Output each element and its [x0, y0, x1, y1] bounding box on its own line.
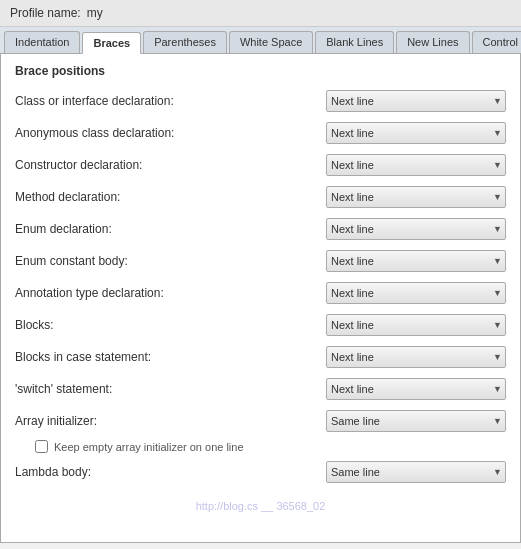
top-bar: Profile name: my [0, 0, 521, 27]
empty-array-label: Keep empty array initializer on one line [54, 441, 244, 453]
form-rows: Class or interface declaration:Next line… [15, 88, 506, 485]
label-enum: Enum declaration: [15, 222, 326, 236]
label-annotation: Annotation type declaration: [15, 286, 326, 300]
label-blocks-case: Blocks in case statement: [15, 350, 326, 364]
dropdown-switch[interactable]: Next lineSame lineNext line indented [326, 378, 506, 400]
dropdown-enum-constant[interactable]: Next lineSame lineNext line indented [326, 250, 506, 272]
form-row-enum: Enum declaration:Next lineSame lineNext … [15, 216, 506, 242]
empty-array-checkbox[interactable] [35, 440, 48, 453]
dropdown-wrapper-enum-constant: Next lineSame lineNext line indented▼ [326, 250, 506, 272]
label-blocks: Blocks: [15, 318, 326, 332]
dropdown-blocks[interactable]: Next lineSame lineNext line indented [326, 314, 506, 336]
dropdown-annotation[interactable]: Next lineSame lineNext line indented [326, 282, 506, 304]
dropdown-class-interface[interactable]: Next lineSame lineNext line indented [326, 90, 506, 112]
dropdown-enum[interactable]: Next lineSame lineNext line indented [326, 218, 506, 240]
tabs-bar: IndentationBracesParenthesesWhite SpaceB… [0, 27, 521, 54]
watermark: http://blog.cs __ 36568_02 [196, 500, 326, 512]
profile-label: Profile name: [10, 6, 81, 20]
dropdown-lambda[interactable]: Next lineSame lineNext line indented [326, 461, 506, 483]
dropdown-wrapper-blocks-case: Next lineSame lineNext line indented▼ [326, 346, 506, 368]
section-title: Brace positions [15, 64, 506, 78]
dropdown-wrapper-array: Next lineSame lineNext line indented▼ [326, 410, 506, 432]
label-anon-class: Anonymous class declaration: [15, 126, 326, 140]
label-enum-constant: Enum constant body: [15, 254, 326, 268]
tab-indentation[interactable]: Indentation [4, 31, 80, 53]
tab-parentheses[interactable]: Parentheses [143, 31, 227, 53]
form-row-annotation: Annotation type declaration:Next lineSam… [15, 280, 506, 306]
dropdown-method[interactable]: Next lineSame lineNext line indented [326, 186, 506, 208]
form-row-blocks-case: Blocks in case statement:Next lineSame l… [15, 344, 506, 370]
form-row-constructor: Constructor declaration:Next lineSame li… [15, 152, 506, 178]
dropdown-constructor[interactable]: Next lineSame lineNext line indented [326, 154, 506, 176]
checkbox-row-empty-array: Keep empty array initializer on one line [15, 440, 506, 453]
tab-braces[interactable]: Braces [82, 32, 141, 54]
form-row-blocks: Blocks:Next lineSame lineNext line inden… [15, 312, 506, 338]
label-method: Method declaration: [15, 190, 326, 204]
content-area: Brace positions Class or interface decla… [0, 54, 521, 543]
tab-blanklines[interactable]: Blank Lines [315, 31, 394, 53]
label-constructor: Constructor declaration: [15, 158, 326, 172]
profile-name-value: my [87, 6, 103, 20]
form-row-method: Method declaration:Next lineSame lineNex… [15, 184, 506, 210]
dropdown-wrapper-anon-class: Next lineSame lineNext line indented▼ [326, 122, 506, 144]
dropdown-wrapper-enum: Next lineSame lineNext line indented▼ [326, 218, 506, 240]
label-switch: 'switch' statement: [15, 382, 326, 396]
dropdown-array[interactable]: Next lineSame lineNext line indented [326, 410, 506, 432]
dropdown-wrapper-switch: Next lineSame lineNext line indented▼ [326, 378, 506, 400]
form-row-array: Array initializer:Next lineSame lineNext… [15, 408, 506, 434]
form-row-anon-class: Anonymous class declaration:Next lineSam… [15, 120, 506, 146]
dropdown-wrapper-blocks: Next lineSame lineNext line indented▼ [326, 314, 506, 336]
dropdown-anon-class[interactable]: Next lineSame lineNext line indented [326, 122, 506, 144]
dropdown-wrapper-lambda: Next lineSame lineNext line indented▼ [326, 461, 506, 483]
form-row-lambda: Lambda body:Next lineSame lineNext line … [15, 459, 506, 485]
tab-controlst[interactable]: Control St [472, 31, 521, 53]
tab-whitespace[interactable]: White Space [229, 31, 313, 53]
form-row-enum-constant: Enum constant body:Next lineSame lineNex… [15, 248, 506, 274]
dropdown-blocks-case[interactable]: Next lineSame lineNext line indented [326, 346, 506, 368]
label-lambda: Lambda body: [15, 465, 326, 479]
dropdown-wrapper-class-interface: Next lineSame lineNext line indented▼ [326, 90, 506, 112]
form-row-switch: 'switch' statement:Next lineSame lineNex… [15, 376, 506, 402]
label-array: Array initializer: [15, 414, 326, 428]
dropdown-wrapper-constructor: Next lineSame lineNext line indented▼ [326, 154, 506, 176]
form-row-class-interface: Class or interface declaration:Next line… [15, 88, 506, 114]
dropdown-wrapper-annotation: Next lineSame lineNext line indented▼ [326, 282, 506, 304]
label-class-interface: Class or interface declaration: [15, 94, 326, 108]
tab-newlines[interactable]: New Lines [396, 31, 469, 53]
dropdown-wrapper-method: Next lineSame lineNext line indented▼ [326, 186, 506, 208]
